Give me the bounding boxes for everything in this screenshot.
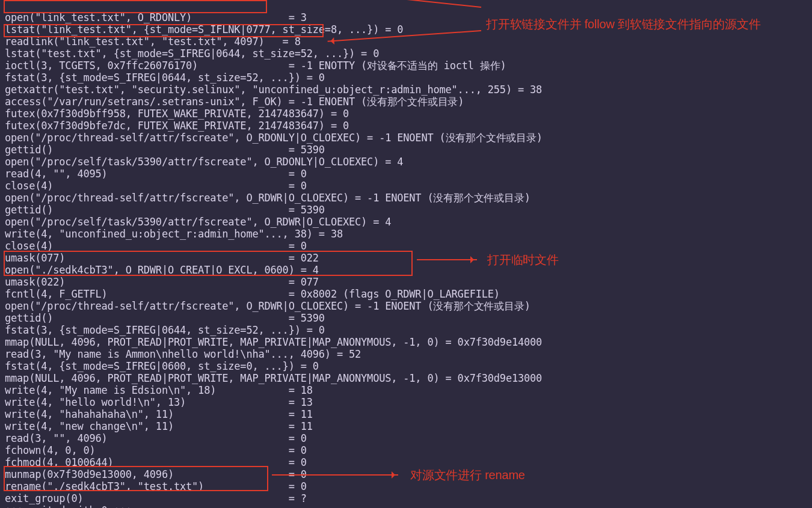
annotation-follow-symlink: 打开软链接文件并 follow 到软链接文件指向的源文件 xyxy=(486,17,805,31)
highlight-box-readlink xyxy=(4,24,324,37)
highlight-box-open-link xyxy=(4,0,267,13)
arrow-3 xyxy=(272,474,398,476)
annotation-rename: 对源文件进行 rename xyxy=(410,468,525,482)
annotation-open-temp: 打开临时文件 xyxy=(487,252,559,267)
highlight-box-open-temp xyxy=(4,251,413,276)
arrow-1a xyxy=(272,0,481,8)
highlight-box-rename xyxy=(4,466,268,491)
arrow-2 xyxy=(417,259,477,260)
